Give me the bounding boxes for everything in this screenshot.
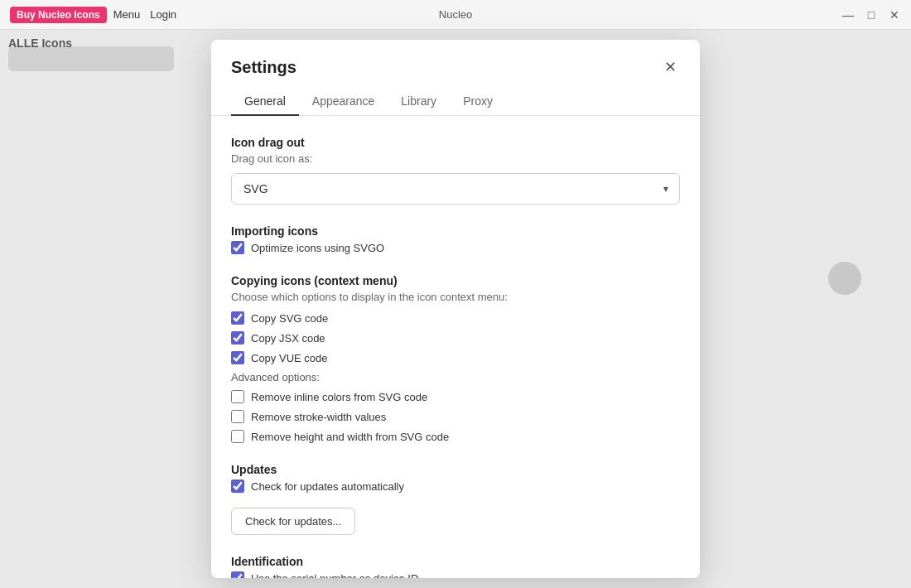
copying-icons-desc: Choose which options to display in the i… bbox=[231, 291, 680, 303]
login-button[interactable]: Login bbox=[150, 8, 176, 21]
menu-button[interactable]: Menu bbox=[113, 8, 141, 21]
maximize-button[interactable]: □ bbox=[865, 8, 878, 22]
auto-update-checkbox[interactable] bbox=[231, 480, 244, 493]
check-updates-button[interactable]: Check for updates... bbox=[231, 508, 355, 535]
checkbox-remove-stroke-width: Remove stroke-width values bbox=[231, 410, 680, 423]
buy-nucleo-icons-button[interactable]: Buy Nucleo Icons bbox=[10, 7, 107, 23]
checkbox-remove-height-width: Remove height and width from SVG code bbox=[231, 430, 680, 443]
dialog-header: Settings ✕ bbox=[211, 40, 700, 78]
remove-height-width-label: Remove height and width from SVG code bbox=[251, 431, 449, 443]
drag-out-dropdown-wrapper: SVG PNG JSX ▾ bbox=[231, 173, 680, 205]
dialog-content: Icon drag out Drag out icon as: SVG PNG … bbox=[211, 116, 700, 578]
copy-svg-checkbox[interactable] bbox=[231, 311, 244, 325]
minimize-button[interactable]: — bbox=[841, 8, 855, 22]
copy-jsx-checkbox[interactable] bbox=[231, 331, 244, 345]
optimize-svgo-checkbox[interactable] bbox=[231, 241, 244, 254]
tab-proxy[interactable]: Proxy bbox=[450, 88, 506, 116]
copy-svg-label: Copy SVG code bbox=[251, 312, 328, 325]
identification-section: Identification Use the serial number as … bbox=[231, 555, 680, 578]
icon-drag-out-section: Icon drag out Drag out icon as: SVG PNG … bbox=[231, 136, 680, 205]
auto-update-label: Check for updates automatically bbox=[251, 480, 404, 493]
importing-icons-title: Importing icons bbox=[231, 224, 680, 238]
identification-title: Identification bbox=[231, 555, 680, 568]
serial-device-id-label: Use the serial number as device ID bbox=[251, 572, 418, 579]
drag-out-format-select[interactable]: SVG PNG JSX bbox=[231, 173, 680, 205]
close-window-button[interactable]: ✕ bbox=[888, 8, 901, 22]
remove-inline-colors-checkbox[interactable] bbox=[231, 390, 244, 403]
remove-stroke-width-label: Remove stroke-width values bbox=[251, 411, 386, 423]
tab-appearance[interactable]: Appearance bbox=[299, 88, 388, 116]
copy-jsx-label: Copy JSX code bbox=[251, 332, 325, 345]
updates-section: Updates Check for updates automatically … bbox=[231, 463, 680, 535]
remove-height-width-checkbox[interactable] bbox=[231, 430, 244, 443]
settings-dialog: Settings ✕ General Appearance Library Pr… bbox=[211, 40, 700, 578]
remove-inline-colors-label: Remove inline colors from SVG code bbox=[251, 391, 427, 403]
optimize-svgo-label: Optimize icons using SVGO bbox=[251, 242, 384, 254]
dialog-close-button[interactable]: ✕ bbox=[661, 56, 680, 78]
checkbox-remove-inline-colors: Remove inline colors from SVG code bbox=[231, 390, 680, 403]
modal-overlay: Settings ✕ General Appearance Library Pr… bbox=[0, 30, 911, 588]
remove-stroke-width-checkbox[interactable] bbox=[231, 410, 244, 423]
serial-device-id-checkbox[interactable] bbox=[231, 571, 244, 578]
updates-title: Updates bbox=[231, 463, 680, 476]
dialog-title: Settings bbox=[231, 58, 296, 77]
checkbox-copy-jsx: Copy JSX code bbox=[231, 331, 680, 345]
icon-drag-out-title: Icon drag out bbox=[231, 136, 680, 149]
checkbox-copy-svg: Copy SVG code bbox=[231, 311, 680, 325]
titlebar: Buy Nucleo Icons Menu Login Nucleo — □ ✕ bbox=[0, 0, 911, 30]
importing-icons-section: Importing icons Optimize icons using SVG… bbox=[231, 224, 680, 254]
copy-vue-checkbox[interactable] bbox=[231, 351, 244, 364]
main-area: ALLE Icons Settings ✕ General Appearance… bbox=[0, 30, 911, 588]
checkbox-copy-vue: Copy VUE code bbox=[231, 351, 680, 364]
copying-icons-title: Copying icons (context menu) bbox=[231, 274, 680, 287]
app-name: Nucleo bbox=[439, 8, 472, 21]
copying-icons-section: Copying icons (context menu) Choose whic… bbox=[231, 274, 680, 443]
window-controls: — □ ✕ bbox=[841, 8, 901, 22]
tab-library[interactable]: Library bbox=[388, 88, 450, 116]
checkbox-optimize-svgo: Optimize icons using SVGO bbox=[231, 241, 680, 254]
copy-vue-label: Copy VUE code bbox=[251, 352, 328, 364]
dialog-tabs: General Appearance Library Proxy bbox=[211, 88, 700, 116]
checkbox-serial-device-id: Use the serial number as device ID bbox=[231, 571, 680, 578]
tab-general[interactable]: General bbox=[231, 88, 299, 116]
icon-drag-out-desc: Drag out icon as: bbox=[231, 152, 680, 165]
advanced-options-label: Advanced options: bbox=[231, 371, 680, 383]
checkbox-auto-update: Check for updates automatically bbox=[231, 480, 680, 493]
